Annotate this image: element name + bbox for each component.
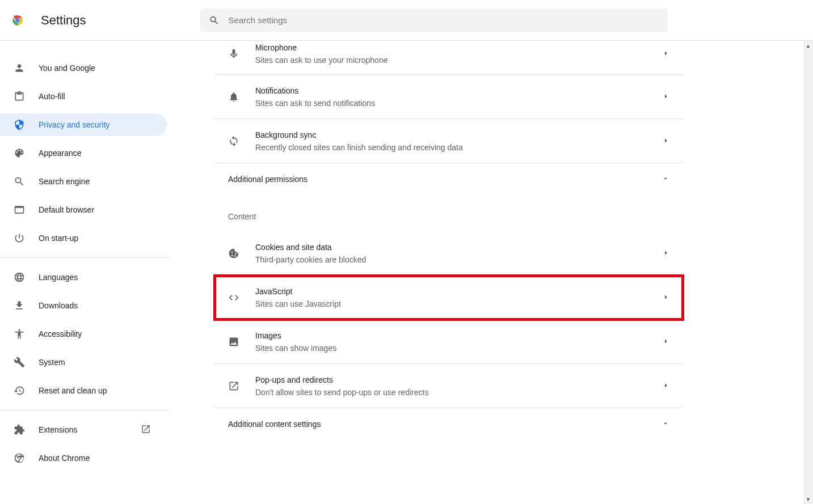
row-title: Background sync <box>255 129 663 141</box>
chevron-right-icon <box>663 136 669 146</box>
scroll-down-icon[interactable]: ▼ <box>803 494 813 504</box>
row-cookies[interactable]: Cookies and site data Third-party cookie… <box>214 231 683 276</box>
divider <box>0 410 169 410</box>
row-subtitle: Sites can ask to use your microphone <box>255 54 663 66</box>
sidebar-item-extensions[interactable]: Extensions <box>0 418 167 441</box>
sidebar-item-label: Appearance <box>39 149 82 158</box>
restore-icon <box>14 385 25 396</box>
sidebar-item-accessibility[interactable]: Accessibility <box>0 323 167 345</box>
wrench-icon <box>14 357 25 368</box>
additional-permissions-toggle[interactable]: Additional permissions <box>214 163 683 195</box>
sidebar-item-downloads[interactable]: Downloads <box>0 294 167 317</box>
chevron-right-icon <box>663 293 669 303</box>
chrome-logo-icon <box>10 13 25 28</box>
row-microphone[interactable]: Microphone Sites can ask to use your mic… <box>214 41 683 75</box>
row-background-sync[interactable]: Background sync Recently closed sites ca… <box>214 119 683 163</box>
row-subtitle: Sites can ask to send notifications <box>255 97 663 109</box>
row-subtitle: Third-party cookies are blocked <box>255 253 663 266</box>
row-title: Notifications <box>255 84 663 97</box>
shield-icon <box>14 119 25 130</box>
sidebar-item-you-and-google[interactable]: You and Google <box>0 57 167 79</box>
header: Settings <box>0 0 813 41</box>
bell-icon <box>228 91 239 103</box>
chevron-down-icon <box>662 420 669 429</box>
cookie-icon <box>228 248 239 259</box>
extension-icon <box>14 424 25 435</box>
divider <box>0 257 169 258</box>
main-content: Microphone Sites can ask to use your mic… <box>170 41 813 504</box>
clipboard-icon <box>14 91 25 102</box>
sidebar-item-label: About Chrome <box>39 454 90 463</box>
sidebar-item-appearance[interactable]: Appearance <box>0 142 167 164</box>
chrome-outline-icon <box>14 452 25 464</box>
row-subtitle: Sites can show images <box>255 342 663 354</box>
sidebar-item-on-startup[interactable]: On start-up <box>0 227 167 249</box>
row-images[interactable]: Images Sites can show images <box>214 320 683 364</box>
globe-icon <box>14 272 25 283</box>
sidebar-item-label: Downloads <box>39 301 78 310</box>
power-icon <box>14 232 25 244</box>
sidebar-item-label: Languages <box>39 273 78 282</box>
person-icon <box>14 62 25 74</box>
sidebar-item-about-chrome[interactable]: About Chrome <box>0 447 167 469</box>
browser-icon <box>14 204 25 215</box>
palette-icon <box>14 147 25 159</box>
row-subtitle: Recently closed sites can finish sending… <box>255 141 663 154</box>
row-notifications[interactable]: Notifications Sites can ask to send noti… <box>214 75 683 119</box>
sidebar-item-languages[interactable]: Languages <box>0 266 167 289</box>
sidebar-item-default-browser[interactable]: Default browser <box>0 198 167 221</box>
sidebar-item-label: Extensions <box>39 425 77 434</box>
sidebar-item-label: Reset and clean up <box>39 386 107 395</box>
row-javascript[interactable]: JavaScript Sites can use Javascript <box>214 276 683 320</box>
row-title: Images <box>255 329 663 342</box>
sidebar-item-label: You and Google <box>39 63 95 73</box>
chevron-right-icon <box>663 381 669 391</box>
row-title: JavaScript <box>255 285 663 298</box>
sidebar-item-label: Privacy and security <box>39 120 109 129</box>
expand-label: Additional permissions <box>228 175 307 184</box>
launch-icon <box>228 380 239 392</box>
mic-icon <box>228 48 239 60</box>
scrollbar[interactable]: ▲ ▼ <box>803 41 813 504</box>
row-title: Microphone <box>255 41 663 54</box>
search-settings[interactable] <box>200 9 668 32</box>
search-icon <box>209 15 220 26</box>
search-input[interactable] <box>229 15 659 25</box>
settings-panel: Microphone Sites can ask to use your mic… <box>214 41 683 504</box>
sidebar-item-label: On start-up <box>39 234 78 243</box>
sidebar: You and Google Auto-fill Privacy and sec… <box>0 41 170 504</box>
open-external-icon <box>141 424 151 436</box>
chevron-right-icon <box>663 248 669 259</box>
code-icon <box>228 292 239 303</box>
sidebar-item-autofill[interactable]: Auto-fill <box>0 85 167 108</box>
download-icon <box>14 300 25 311</box>
sync-icon <box>228 135 239 147</box>
chevron-right-icon <box>663 92 669 102</box>
sidebar-item-label: Auto-fill <box>39 92 65 101</box>
content-section-label: Content <box>214 195 683 231</box>
row-title: Pop-ups and redirects <box>255 374 663 386</box>
search-icon <box>14 176 25 187</box>
sidebar-item-reset[interactable]: Reset and clean up <box>0 379 167 402</box>
row-title: Cookies and site data <box>255 241 663 253</box>
row-subtitle: Sites can use Javascript <box>255 298 663 310</box>
image-icon <box>228 336 239 348</box>
expand-label: Additional content settings <box>228 420 321 429</box>
sidebar-item-label: Search engine <box>39 177 90 186</box>
row-popups[interactable]: Pop-ups and redirects Don't allow sites … <box>214 364 683 408</box>
sidebar-item-privacy-security[interactable]: Privacy and security <box>0 113 167 136</box>
accessibility-icon <box>14 328 25 340</box>
page-title: Settings <box>41 13 86 28</box>
sidebar-item-search-engine[interactable]: Search engine <box>0 170 167 193</box>
sidebar-item-label: System <box>39 358 65 367</box>
additional-content-toggle[interactable]: Additional content settings <box>214 408 683 440</box>
chevron-down-icon <box>662 175 669 184</box>
scroll-up-icon[interactable]: ▲ <box>803 41 813 50</box>
chevron-right-icon <box>663 337 669 347</box>
sidebar-item-label: Default browser <box>39 205 94 214</box>
sidebar-item-label: Accessibility <box>39 329 82 338</box>
row-subtitle: Don't allow sites to send pop-ups or use… <box>255 386 663 399</box>
sidebar-item-system[interactable]: System <box>0 351 167 374</box>
chevron-right-icon <box>663 49 669 59</box>
